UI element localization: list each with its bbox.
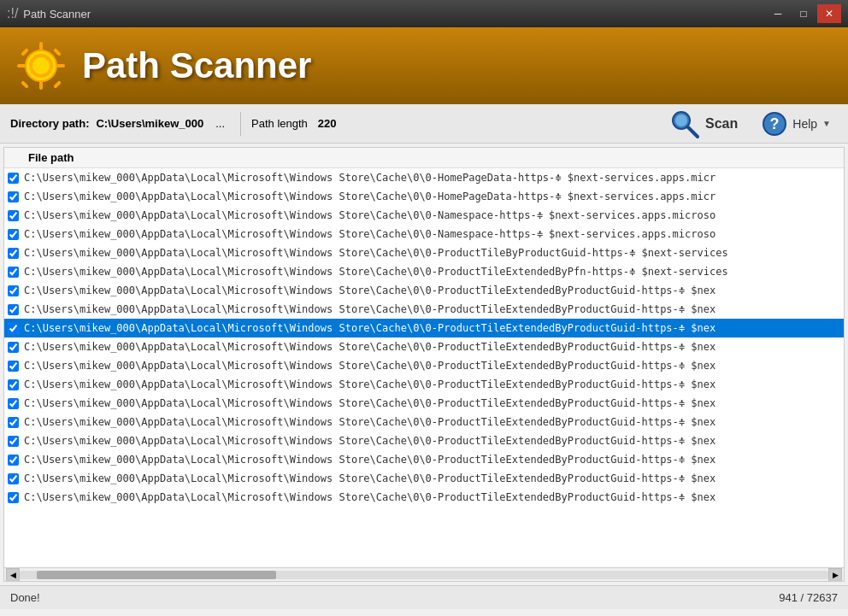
table-row[interactable]: C:\Users\mikew_000\AppData\Local\Microso… (4, 206, 844, 225)
table-row[interactable]: C:\Users\mikew_000\AppData\Local\Microso… (4, 243, 844, 262)
file-path-text: C:\Users\mikew_000\AppData\Local\Microso… (24, 303, 716, 315)
scan-icon (669, 109, 700, 139)
path-length-value: 220 (318, 117, 337, 130)
status-count: 941 / 72637 (779, 591, 838, 604)
row-checkbox[interactable] (8, 473, 19, 484)
file-path-text: C:\Users\mikew_000\AppData\Local\Microso… (24, 341, 716, 353)
svg-rect-3 (17, 64, 26, 67)
minimize-button[interactable]: ─ (766, 4, 790, 23)
svg-rect-8 (53, 80, 62, 89)
file-path-text: C:\Users\mikew_000\AppData\Local\Microso… (24, 491, 716, 503)
svg-point-10 (32, 57, 50, 74)
table-row[interactable]: C:\Users\mikew_000\AppData\Local\Microso… (4, 356, 844, 375)
status-bar: Done! 941 / 72637 (0, 585, 848, 609)
table-row[interactable]: C:\Users\mikew_000\AppData\Local\Microso… (4, 450, 844, 469)
horizontal-scrollbar[interactable]: ◀ ▶ (4, 567, 844, 581)
file-path-text: C:\Users\mikew_000\AppData\Local\Microso… (24, 454, 716, 466)
svg-rect-4 (56, 64, 65, 67)
file-path-text: C:\Users\mikew_000\AppData\Local\Microso… (24, 322, 716, 334)
hscroll-track (20, 571, 828, 579)
file-path-text: C:\Users\mikew_000\AppData\Local\Microso… (24, 191, 716, 202)
svg-rect-7 (21, 80, 29, 89)
row-checkbox[interactable] (8, 436, 19, 447)
browse-button[interactable]: ... (210, 117, 230, 130)
scroll-left-button[interactable]: ◀ (6, 568, 20, 582)
row-checkbox[interactable] (8, 361, 19, 372)
maximize-button[interactable]: □ (792, 4, 816, 23)
table-row[interactable]: C:\Users\mikew_000\AppData\Local\Microso… (4, 319, 844, 337)
app-title: Path Scanner (82, 45, 311, 86)
table-row[interactable]: C:\Users\mikew_000\AppData\Local\Microso… (4, 413, 844, 431)
help-label: Help (792, 117, 817, 131)
row-checkbox[interactable] (8, 398, 19, 409)
file-path-text: C:\Users\mikew_000\AppData\Local\Microso… (24, 266, 728, 278)
table-row[interactable]: C:\Users\mikew_000\AppData\Local\Microso… (4, 300, 844, 319)
svg-line-13 (688, 127, 698, 137)
row-checkbox[interactable] (8, 323, 19, 334)
scan-button[interactable]: Scan (659, 105, 748, 143)
table-row[interactable]: C:\Users\mikew_000\AppData\Local\Microso… (4, 168, 844, 187)
help-dropdown-arrow-icon: ▼ (822, 119, 831, 128)
row-checkbox[interactable] (8, 248, 19, 259)
file-path-column-header: File path (28, 151, 74, 164)
file-path-text: C:\Users\mikew_000\AppData\Local\Microso… (24, 435, 716, 447)
dir-path-value: C:\Users\mikew_000 (96, 117, 203, 130)
table-row[interactable]: C:\Users\mikew_000\AppData\Local\Microso… (4, 187, 844, 206)
toolbar-separator (240, 112, 241, 136)
row-checkbox[interactable] (8, 191, 19, 202)
svg-point-12 (675, 114, 687, 126)
app-logo-icon (14, 38, 68, 93)
hscroll-thumb[interactable] (37, 571, 276, 579)
table-row[interactable]: C:\Users\mikew_000\AppData\Local\Microso… (4, 262, 844, 281)
toolbar: Directory path: C:\Users\mikew_000 ... P… (0, 104, 848, 144)
app-icon: :!/ (7, 6, 18, 21)
status-text: Done! (10, 591, 40, 604)
scan-label: Scan (705, 116, 738, 132)
table-row[interactable]: C:\Users\mikew_000\AppData\Local\Microso… (4, 488, 844, 507)
row-checkbox[interactable] (8, 304, 19, 315)
file-path-text: C:\Users\mikew_000\AppData\Local\Microso… (24, 472, 716, 484)
window-controls: ─ □ ✕ (766, 4, 841, 23)
help-icon: ? (762, 111, 787, 137)
svg-text:?: ? (770, 115, 780, 132)
scroll-right-button[interactable]: ▶ (828, 568, 842, 582)
file-path-text: C:\Users\mikew_000\AppData\Local\Microso… (24, 378, 716, 390)
table-row[interactable]: C:\Users\mikew_000\AppData\Local\Microso… (4, 431, 844, 450)
row-checkbox[interactable] (8, 173, 19, 184)
file-list-body[interactable]: C:\Users\mikew_000\AppData\Local\Microso… (4, 168, 844, 567)
svg-rect-5 (21, 48, 29, 56)
window-title: Path Scanner (23, 8, 91, 21)
row-checkbox[interactable] (8, 342, 19, 353)
row-checkbox[interactable] (8, 417, 19, 428)
row-checkbox[interactable] (8, 285, 19, 296)
table-row[interactable]: C:\Users\mikew_000\AppData\Local\Microso… (4, 225, 844, 243)
row-checkbox[interactable] (8, 455, 19, 466)
table-row[interactable]: C:\Users\mikew_000\AppData\Local\Microso… (4, 394, 844, 413)
close-button[interactable]: ✕ (817, 4, 841, 23)
path-length-label: Path length (251, 117, 308, 130)
file-path-text: C:\Users\mikew_000\AppData\Local\Microso… (24, 228, 716, 240)
file-path-text: C:\Users\mikew_000\AppData\Local\Microso… (24, 247, 728, 259)
svg-rect-6 (53, 48, 62, 56)
title-bar: :!/ Path Scanner ─ □ ✕ (0, 0, 848, 27)
row-checkbox[interactable] (8, 229, 19, 240)
svg-rect-2 (39, 81, 43, 90)
table-row[interactable]: C:\Users\mikew_000\AppData\Local\Microso… (4, 469, 844, 488)
app-header: Path Scanner (0, 27, 848, 104)
row-checkbox[interactable] (8, 210, 19, 221)
row-checkbox[interactable] (8, 379, 19, 390)
row-checkbox[interactable] (8, 492, 19, 503)
file-path-text: C:\Users\mikew_000\AppData\Local\Microso… (24, 360, 716, 372)
table-row[interactable]: C:\Users\mikew_000\AppData\Local\Microso… (4, 337, 844, 356)
file-path-text: C:\Users\mikew_000\AppData\Local\Microso… (24, 285, 716, 296)
row-checkbox[interactable] (8, 267, 19, 278)
help-button[interactable]: ? Help ▼ (755, 108, 838, 140)
file-path-text: C:\Users\mikew_000\AppData\Local\Microso… (24, 416, 716, 428)
table-row[interactable]: C:\Users\mikew_000\AppData\Local\Microso… (4, 375, 844, 394)
file-list-header: File path (4, 148, 844, 168)
file-path-text: C:\Users\mikew_000\AppData\Local\Microso… (24, 172, 716, 184)
file-path-text: C:\Users\mikew_000\AppData\Local\Microso… (24, 209, 716, 221)
table-row[interactable]: C:\Users\mikew_000\AppData\Local\Microso… (4, 281, 844, 300)
file-path-text: C:\Users\mikew_000\AppData\Local\Microso… (24, 397, 716, 409)
dir-path-label: Directory path: (10, 117, 89, 130)
